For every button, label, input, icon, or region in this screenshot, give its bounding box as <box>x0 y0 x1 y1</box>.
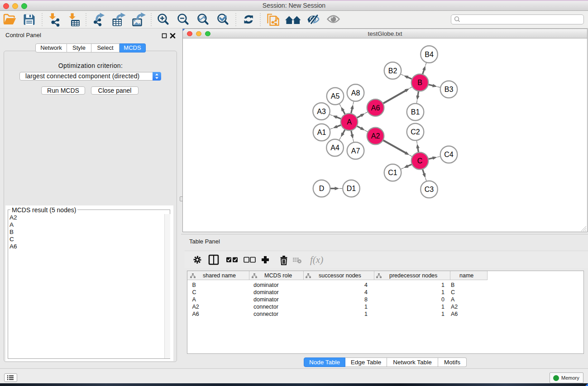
svg-text:B1: B1 <box>411 108 420 116</box>
svg-text:A8: A8 <box>351 89 360 97</box>
svg-text:A7: A7 <box>351 147 360 155</box>
svg-text:D: D <box>319 185 325 192</box>
svg-text:A: A <box>347 118 352 126</box>
svg-text:A1: A1 <box>317 129 326 136</box>
svg-text:f(x): f(x) <box>310 254 323 265</box>
svg-text:B: B <box>417 79 422 86</box>
svg-text:B4: B4 <box>425 51 434 58</box>
svg-text:A4: A4 <box>330 144 339 152</box>
svg-text:C4: C4 <box>444 151 454 158</box>
svg-text:A6: A6 <box>371 104 380 112</box>
svg-text:A3: A3 <box>317 108 326 115</box>
svg-text:C: C <box>417 157 423 165</box>
svg-text:D1: D1 <box>347 185 356 192</box>
svg-text:B3: B3 <box>445 86 454 93</box>
svg-text:A5: A5 <box>331 92 340 100</box>
svg-text:A2: A2 <box>371 132 380 140</box>
svg-text:B2: B2 <box>388 67 397 75</box>
svg-text:C2: C2 <box>411 128 420 136</box>
svg-text:C3: C3 <box>425 186 434 193</box>
svg-text:C1: C1 <box>388 169 397 176</box>
